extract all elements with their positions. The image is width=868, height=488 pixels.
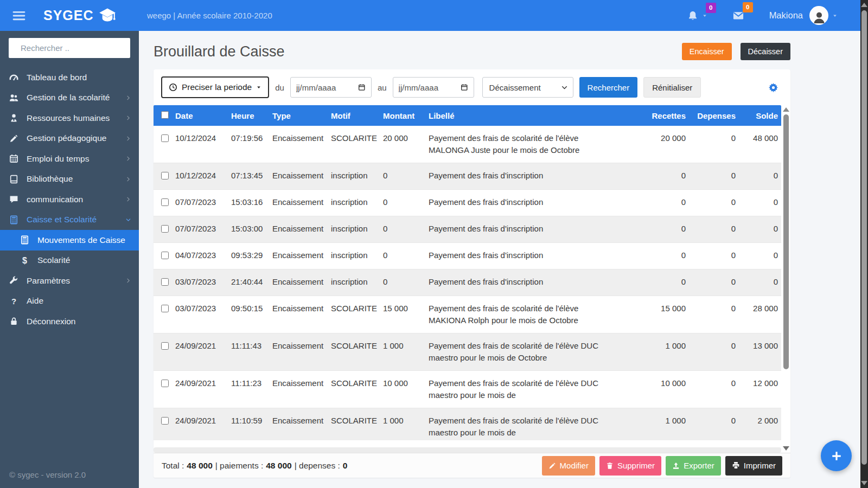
- table-row[interactable]: 10/12/2024 07:13:45 Encaissement inscrip…: [154, 163, 781, 190]
- sidebar-item[interactable]: Mouvements de Caisse: [0, 230, 139, 251]
- scroll-up-arrow[interactable]: [783, 107, 789, 112]
- cell-libelle: Payement des frais de scolarité de l'élè…: [429, 132, 631, 156]
- cell-libelle: Payement des frais de scolarité de l'élè…: [429, 303, 631, 326]
- sidebar-item[interactable]: Déconnexion: [0, 311, 139, 332]
- row-checkbox[interactable]: [161, 198, 169, 206]
- user-caret-down-icon[interactable]: [832, 13, 838, 18]
- calendar-picker-icon[interactable]: [461, 83, 468, 92]
- supprimer-button[interactable]: Supprimer: [599, 456, 661, 476]
- notifications-dropdown[interactable]: 0: [687, 10, 707, 21]
- export-icon: [672, 462, 680, 470]
- cell-libelle: Payement des frais d'inscription: [429, 249, 631, 261]
- table-row[interactable]: 24/09/2021 11:11:43 Encaissement SCOLARI…: [154, 333, 781, 371]
- table-row[interactable]: 24/09/2021 11:11:23 Encaissement SCOLARI…: [154, 371, 781, 408]
- encaisser-button[interactable]: Encaisser: [682, 43, 732, 60]
- row-checkbox[interactable]: [161, 278, 169, 286]
- chevron-right-icon: [125, 136, 131, 142]
- avatar[interactable]: [809, 6, 828, 25]
- sidebar-item-label: Tableau de bord: [27, 73, 87, 82]
- cell-heure: 07:19:56: [231, 132, 272, 144]
- sidebar-item-label: Déconnexion: [27, 317, 75, 326]
- table-row[interactable]: 03/07/2023 09:50:15 Encaissement SCOLARI…: [154, 296, 781, 333]
- brand-text: SYGEC: [43, 8, 94, 23]
- cell-solde: 0: [739, 276, 781, 288]
- messages-dropdown[interactable]: 0: [732, 10, 744, 22]
- cell-motif: inscription: [331, 276, 383, 288]
- page-scroll-up-arrow[interactable]: [861, 3, 867, 7]
- person-icon: [812, 10, 826, 24]
- scroll-down-arrow[interactable]: [783, 446, 789, 451]
- sidebar-item[interactable]: Paramètres: [0, 271, 139, 291]
- sidebar-search: [9, 38, 130, 58]
- row-checkbox[interactable]: [161, 172, 169, 179]
- cell-type: Encaissement: [272, 340, 331, 352]
- cell-recettes: 0: [631, 276, 689, 288]
- table-row[interactable]: 07/07/2023 15:03:00 Encaissement inscrip…: [154, 216, 781, 243]
- select-all-checkbox[interactable]: [161, 111, 169, 119]
- cell-depenses: 0: [689, 249, 739, 261]
- table-row[interactable]: 24/09/2021 11:10:59 Encaissement SCOLARI…: [154, 408, 781, 440]
- sidebar-item[interactable]: communication: [0, 189, 139, 210]
- sidebar-item[interactable]: Ressources humaines: [0, 108, 139, 129]
- cell-heure: 21:40:44: [231, 276, 272, 288]
- cell-motif: inscription: [331, 196, 383, 208]
- cell-montant: 0: [383, 196, 429, 208]
- sidebar-item[interactable]: Gestion pédagogique: [0, 129, 139, 149]
- date-to-field: [393, 77, 474, 98]
- table-row[interactable]: 10/12/2024 07:19:56 Encaissement SCOLARI…: [154, 126, 781, 163]
- sidebar-item[interactable]: Scolarité: [0, 251, 139, 271]
- table-horizontal-scrollbar[interactable]: [154, 447, 781, 453]
- brand[interactable]: SYGEC: [43, 7, 117, 25]
- cell-motif: SCOLARITE: [331, 303, 383, 314]
- sidebar-item[interactable]: Aide: [0, 291, 139, 312]
- modifier-button[interactable]: Modifier: [542, 456, 595, 476]
- row-checkbox[interactable]: [161, 134, 169, 142]
- cell-motif: inscription: [331, 249, 383, 261]
- cell-date: 07/07/2023: [175, 223, 231, 235]
- row-checkbox[interactable]: [161, 380, 169, 387]
- row-checkbox[interactable]: [161, 225, 169, 233]
- table-row[interactable]: 04/07/2023 09:53:29 Encaissement inscrip…: [154, 243, 781, 269]
- calendar-picker-icon[interactable]: [358, 83, 366, 92]
- gear-icon[interactable]: [768, 82, 778, 93]
- cell-date: 10/12/2024: [175, 170, 231, 182]
- table-row[interactable]: 03/07/2023 21:40:44 Encaissement inscrip…: [154, 269, 781, 296]
- sidebar-item[interactable]: Caisse et Scolarité: [0, 210, 139, 230]
- row-checkbox-cell: [154, 377, 175, 390]
- row-checkbox[interactable]: [161, 342, 169, 350]
- exporter-button[interactable]: Exporter: [666, 456, 721, 476]
- dashboard-icon: [9, 73, 18, 82]
- table-vertical-scrollbar: [782, 105, 790, 453]
- row-checkbox[interactable]: [161, 305, 169, 312]
- reset-button[interactable]: Rénitialiser: [643, 77, 701, 98]
- cell-solde: 2 000: [739, 415, 781, 427]
- sidebar-item[interactable]: Bibliothèque: [0, 169, 139, 190]
- table-row[interactable]: 07/07/2023 15:03:16 Encaissement inscrip…: [154, 190, 781, 216]
- sidebar-item[interactable]: Tableau de bord: [0, 67, 139, 88]
- row-checkbox[interactable]: [161, 252, 169, 259]
- decaisser-button[interactable]: Décaisser: [741, 43, 790, 60]
- cell-recettes: 10 000: [631, 377, 689, 389]
- col-header-motif: Motif: [331, 111, 383, 120]
- page-scroll-down-arrow[interactable]: [861, 481, 867, 485]
- cell-montant: 1 000: [383, 415, 429, 427]
- date-from-input[interactable]: [296, 83, 355, 92]
- imprimer-button[interactable]: Imprimer: [725, 456, 782, 476]
- row-checkbox[interactable]: [161, 417, 169, 425]
- col-header-solde: Solde: [739, 111, 781, 120]
- search-input[interactable]: [21, 43, 129, 53]
- add-floating-button[interactable]: [821, 440, 852, 471]
- chevron-right-icon: [125, 196, 131, 202]
- movement-type-select[interactable]: Décaissement: [482, 77, 573, 98]
- date-to-input[interactable]: [399, 83, 457, 92]
- cell-motif: SCOLARITE: [331, 377, 383, 389]
- search-button[interactable]: Rechercher: [579, 77, 638, 98]
- period-select-button[interactable]: Preciser la periode: [161, 76, 269, 98]
- hamburger-menu-icon[interactable]: [12, 9, 26, 23]
- scrollbar-thumb[interactable]: [783, 114, 789, 369]
- sidebar-item[interactable]: Gestion de la scolarité: [0, 88, 139, 108]
- cell-motif: inscription: [331, 223, 383, 235]
- page-scrollbar-thumb[interactable]: [861, 10, 867, 465]
- sidebar-item[interactable]: Emploi du temps: [0, 149, 139, 169]
- sidebar-item-label: Ressources humaines: [27, 113, 110, 123]
